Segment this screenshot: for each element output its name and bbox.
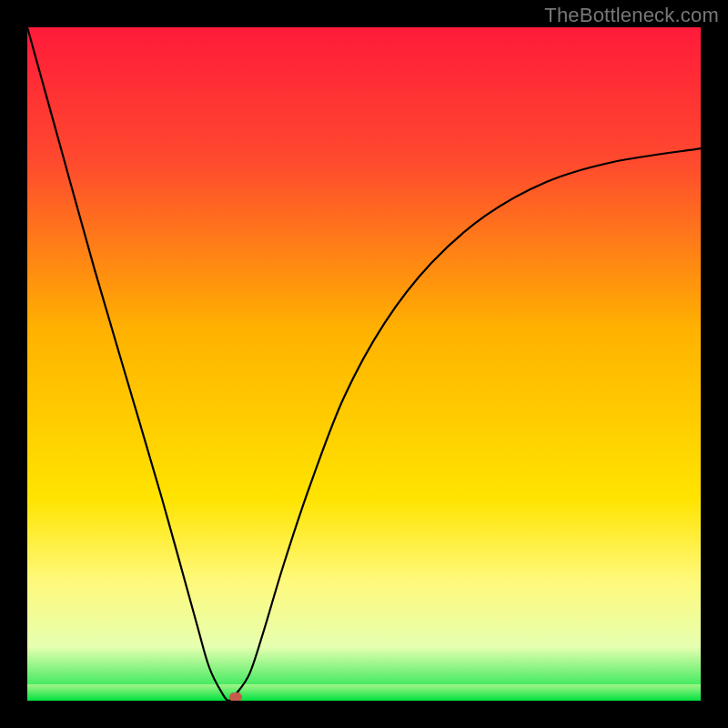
curve-svg <box>27 27 701 701</box>
bottleneck-curve <box>27 27 701 701</box>
plot-area <box>27 27 701 701</box>
chart-frame: TheBottleneck.com <box>0 0 728 728</box>
min-marker <box>229 693 242 701</box>
watermark-text: TheBottleneck.com <box>544 4 719 27</box>
